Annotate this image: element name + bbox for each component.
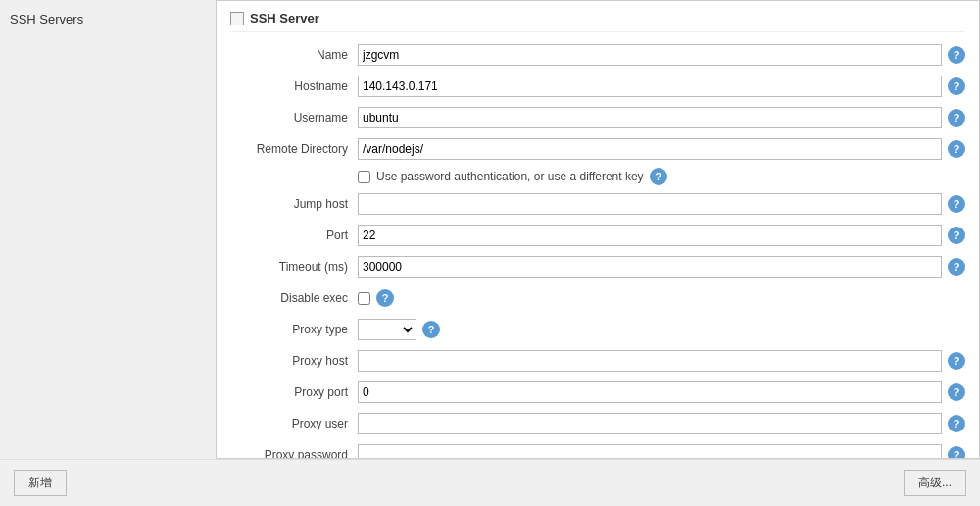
remote-directory-label: Remote Directory — [230, 142, 358, 156]
jump-host-help-button[interactable]: ? — [948, 195, 965, 213]
section-header: SSH Server — [230, 11, 965, 32]
proxy-user-input-wrap: ? — [358, 413, 965, 434]
proxy-host-help-button[interactable]: ? — [948, 352, 965, 370]
proxy-port-help-button[interactable]: ? — [948, 383, 965, 401]
timeout-input[interactable] — [358, 256, 942, 278]
proxy-type-input-wrap: SOCKS4 SOCKS5 HTTP ? — [358, 319, 965, 340]
jump-host-label: Jump host — [230, 197, 358, 211]
proxy-user-label: Proxy user — [230, 417, 358, 430]
proxy-host-input[interactable] — [358, 350, 942, 372]
timeout-help-button[interactable]: ? — [948, 258, 965, 276]
name-input[interactable] — [358, 44, 942, 66]
proxy-port-input[interactable] — [358, 381, 942, 403]
port-input-wrap: ? — [358, 225, 965, 246]
proxy-type-select[interactable]: SOCKS4 SOCKS5 HTTP — [358, 319, 416, 340]
disable-exec-row: Disable exec ? — [230, 285, 965, 311]
sidebar: SSH Servers — [0, 0, 216, 459]
timeout-row: Timeout (ms) ? — [230, 254, 965, 279]
port-input[interactable] — [358, 225, 942, 246]
proxy-user-input[interactable] — [358, 413, 942, 434]
section-title: SSH Server — [250, 11, 319, 25]
proxy-user-help-button[interactable]: ? — [948, 415, 965, 432]
proxy-port-row: Proxy port ? — [230, 380, 965, 405]
proxy-port-input-wrap: ? — [358, 381, 965, 403]
use-password-label: Use password authentication, or use a di… — [376, 170, 644, 183]
hostname-label: Hostname — [230, 79, 358, 93]
use-password-help-button[interactable]: ? — [650, 168, 667, 185]
jump-host-input[interactable] — [358, 193, 942, 215]
disable-exec-label: Disable exec — [230, 291, 358, 305]
proxy-port-label: Proxy port — [230, 385, 358, 399]
name-help-button[interactable]: ? — [948, 46, 965, 64]
name-input-wrap: ? — [358, 44, 965, 66]
disable-exec-checkbox[interactable] — [358, 292, 370, 305]
proxy-type-help-button[interactable]: ? — [422, 321, 440, 338]
proxy-password-row: Proxy password ? — [230, 442, 965, 459]
username-help-button[interactable]: ? — [948, 109, 965, 126]
port-label: Port — [230, 228, 358, 242]
username-input-wrap: ? — [358, 107, 965, 128]
jump-host-row: Jump host ? — [230, 191, 965, 217]
jump-host-input-wrap: ? — [358, 193, 965, 215]
proxy-host-input-wrap: ? — [358, 350, 965, 372]
port-help-button[interactable]: ? — [948, 227, 965, 244]
remote-directory-input[interactable] — [358, 138, 942, 160]
section-icon — [230, 12, 244, 25]
hostname-row: Hostname ? — [230, 74, 965, 99]
advanced-button[interactable]: 高级... — [904, 470, 966, 496]
hostname-input-wrap: ? — [358, 76, 965, 97]
port-row: Port ? — [230, 223, 965, 248]
name-row: Name ? — [230, 42, 965, 68]
username-input[interactable] — [358, 107, 942, 128]
proxy-user-row: Proxy user ? — [230, 411, 965, 436]
use-password-checkbox[interactable] — [358, 171, 370, 183]
disable-exec-input-wrap: ? — [358, 289, 965, 307]
proxy-password-input[interactable] — [358, 444, 942, 459]
remote-directory-row: Remote Directory ? — [230, 136, 965, 162]
proxy-type-label: Proxy type — [230, 323, 358, 336]
hostname-help-button[interactable]: ? — [948, 77, 965, 95]
username-label: Username — [230, 111, 358, 125]
add-button[interactable]: 新增 — [14, 470, 67, 496]
timeout-label: Timeout (ms) — [230, 260, 358, 274]
content-area: SSH Server Name ? Hostname ? Use — [216, 0, 980, 459]
timeout-input-wrap: ? — [358, 256, 965, 278]
proxy-password-help-button[interactable]: ? — [948, 446, 965, 459]
proxy-password-label: Proxy password — [230, 448, 358, 459]
proxy-password-input-wrap: ? — [358, 444, 965, 459]
bottom-area: 新增 高级... — [0, 459, 980, 506]
hostname-input[interactable] — [358, 76, 942, 97]
remote-directory-input-wrap: ? — [358, 138, 965, 160]
proxy-type-row: Proxy type SOCKS4 SOCKS5 HTTP ? — [230, 317, 965, 342]
page-wrapper: SSH Servers SSH Server Name ? Hostname — [0, 0, 980, 506]
proxy-host-row: Proxy host ? — [230, 348, 965, 374]
remote-directory-help-button[interactable]: ? — [948, 140, 965, 158]
use-password-row: Use password authentication, or use a di… — [358, 168, 965, 185]
disable-exec-help-button[interactable]: ? — [376, 289, 394, 307]
name-label: Name — [230, 48, 358, 62]
username-row: Username ? — [230, 105, 965, 130]
proxy-host-label: Proxy host — [230, 354, 358, 368]
top-section: SSH Servers SSH Server Name ? Hostname — [0, 0, 980, 459]
sidebar-item-ssh-servers[interactable]: SSH Servers — [10, 12, 83, 26]
